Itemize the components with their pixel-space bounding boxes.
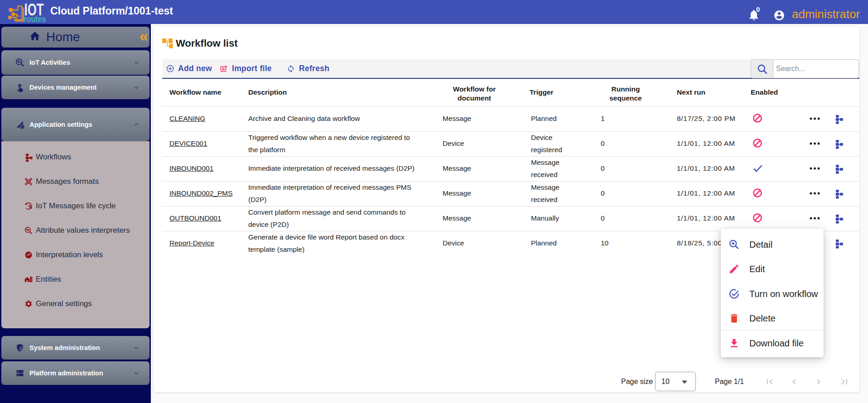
svg-text:routes: routes [24,14,46,24]
